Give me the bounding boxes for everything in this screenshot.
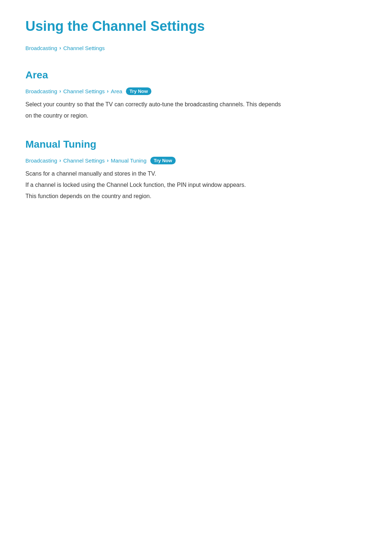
area-breadcrumb-sep2: › <box>107 88 109 94</box>
area-breadcrumb-sep1: › <box>60 88 61 94</box>
section-manual-tuning-breadcrumb: Broadcasting › Channel Settings › Manual… <box>25 157 367 164</box>
breadcrumb-broadcasting[interactable]: Broadcasting <box>25 45 57 51</box>
area-body-line-2: on the country or region. <box>25 111 367 120</box>
mt-body-line-3: This function depends on the country and… <box>25 191 367 201</box>
mt-breadcrumb-manual-tuning[interactable]: Manual Tuning <box>111 157 146 164</box>
mt-breadcrumb-channel-settings[interactable]: Channel Settings <box>63 157 105 164</box>
mt-body-line-2: If a channel is locked using the Channel… <box>25 180 367 190</box>
area-breadcrumb-area[interactable]: Area <box>111 88 122 94</box>
section-area: Area Broadcasting › Channel Settings › A… <box>25 69 367 120</box>
section-manual-tuning-title: Manual Tuning <box>25 139 367 150</box>
area-body: Select your country so that the TV can c… <box>25 99 367 120</box>
manual-tuning-body: Scans for a channel manually and stores … <box>25 169 367 201</box>
area-try-now-badge[interactable]: Try Now <box>126 87 152 95</box>
mt-try-now-badge[interactable]: Try Now <box>150 157 176 164</box>
section-area-title: Area <box>25 69 367 81</box>
breadcrumb-separator-1: › <box>60 45 61 51</box>
area-breadcrumb-channel-settings[interactable]: Channel Settings <box>63 88 105 94</box>
area-breadcrumb-broadcasting[interactable]: Broadcasting <box>25 88 57 94</box>
breadcrumb-channel-settings[interactable]: Channel Settings <box>63 45 105 51</box>
mt-breadcrumb-broadcasting[interactable]: Broadcasting <box>25 157 57 164</box>
top-breadcrumb: Broadcasting › Channel Settings <box>25 45 367 51</box>
mt-body-line-1: Scans for a channel manually and stores … <box>25 169 367 178</box>
page-title: Using the Channel Settings <box>25 18 367 35</box>
section-area-breadcrumb: Broadcasting › Channel Settings › Area T… <box>25 87 367 95</box>
section-manual-tuning: Manual Tuning Broadcasting › Channel Set… <box>25 139 367 201</box>
area-body-line-1: Select your country so that the TV can c… <box>25 99 367 109</box>
mt-breadcrumb-sep2: › <box>107 157 109 163</box>
mt-breadcrumb-sep1: › <box>60 157 61 163</box>
